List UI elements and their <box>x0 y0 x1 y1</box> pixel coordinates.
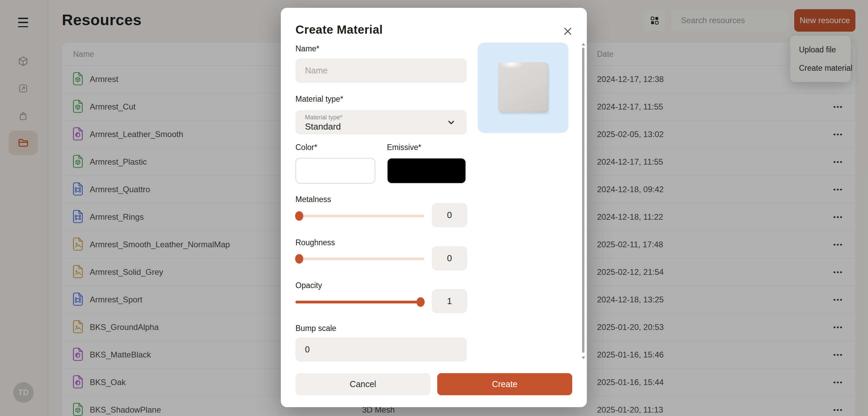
modal-title: Create Material <box>295 23 383 36</box>
create-button[interactable]: Create <box>437 373 572 395</box>
roughness-slider[interactable] <box>295 254 424 264</box>
material-type-label: Material type* <box>295 95 343 104</box>
close-button[interactable] <box>561 25 575 38</box>
opacity-value[interactable]: 1 <box>432 289 467 313</box>
opacity-slider[interactable] <box>295 297 424 307</box>
color-swatch[interactable] <box>295 158 375 184</box>
bump-scale-label: Bump scale <box>295 324 336 333</box>
scrollbar-thumb[interactable] <box>582 48 584 353</box>
metalness-slider[interactable] <box>295 211 424 221</box>
slider-thumb[interactable] <box>416 297 425 307</box>
create-material-modal: Create Material Name* Material type* Mat… <box>281 8 587 407</box>
scroll-up-icon[interactable] <box>582 43 585 46</box>
roughness-value[interactable]: 0 <box>432 246 467 270</box>
color-field-label: Color* <box>295 143 317 152</box>
chevron-down-icon <box>446 118 456 127</box>
select-value: Standard <box>305 121 341 132</box>
close-icon <box>562 26 574 37</box>
cancel-button[interactable]: Cancel <box>295 373 430 395</box>
slider-thumb[interactable] <box>295 211 303 221</box>
slider-fill <box>295 301 421 303</box>
material-preview-swatch <box>498 62 548 113</box>
slider-track <box>295 215 424 217</box>
metalness-label: Metalness <box>295 195 331 204</box>
name-input[interactable] <box>295 59 467 83</box>
name-field-label: Name* <box>295 44 319 53</box>
select-floating-label: Material type* <box>305 114 342 121</box>
emissive-field-label: Emissive* <box>387 143 421 152</box>
slider-thumb[interactable] <box>295 254 303 264</box>
opacity-label: Opacity <box>295 281 322 290</box>
material-type-select[interactable]: Material type* Standard <box>295 110 467 134</box>
bump-scale-input[interactable] <box>295 337 467 362</box>
emissive-swatch[interactable] <box>387 158 466 184</box>
material-preview <box>478 43 568 133</box>
metalness-value[interactable]: 0 <box>432 203 467 227</box>
scroll-down-icon[interactable] <box>582 356 585 359</box>
app-window: TD Resources New resource Upload file Cr… <box>0 0 868 416</box>
roughness-label: Roughness <box>295 238 335 247</box>
modal-scrollbar <box>582 8 585 407</box>
slider-track <box>295 257 424 260</box>
